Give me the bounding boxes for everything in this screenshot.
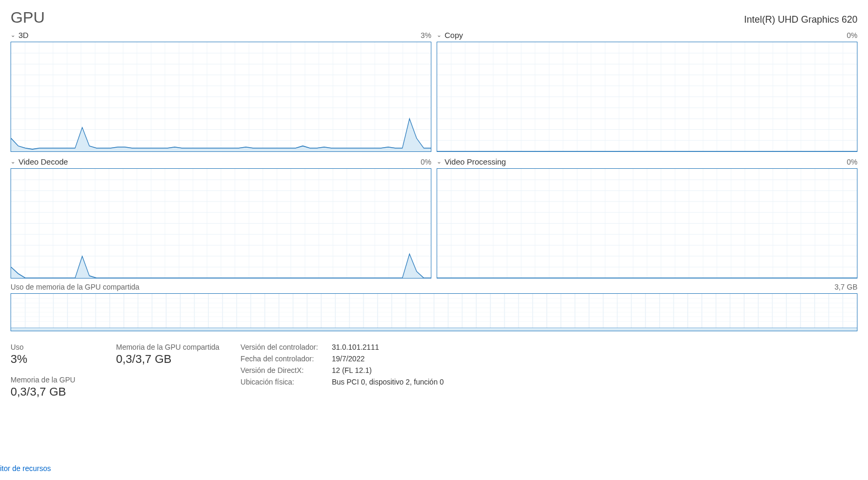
chevron-down-icon: ⌄: [11, 158, 15, 165]
chevron-down-icon: ⌄: [11, 32, 15, 39]
stat-col-2: Memoria de la GPU compartida 0,3/3,7 GB: [116, 343, 219, 366]
detail-col: Versión del controlador: 31.0.101.2111 F…: [240, 343, 444, 386]
directx-value: 12 (FL 12.1): [332, 366, 443, 375]
chart-3d-value: 3%: [421, 31, 431, 40]
driver-version-label: Versión del controlador:: [240, 343, 318, 351]
driver-version-value: 31.0.101.2111: [332, 343, 443, 351]
chart-copy-label: Copy: [445, 31, 463, 40]
chart-copy-header[interactable]: ⌄ Copy 0%: [437, 31, 857, 40]
stat-gpu-memory: Memoria de la GPU 0,3/3,7 GB: [11, 376, 95, 399]
shared-memory-chart-block: Uso de memoria de la GPU compartida 3,7 …: [0, 279, 868, 331]
chart-video-decode: ⌄ Video Decode 0%: [11, 157, 431, 279]
engine-charts-grid: ⌄ 3D 3% ⌄ Copy 0% ⌄ Video Decode 0%: [0, 31, 868, 279]
chart-3d: ⌄ 3D 3%: [11, 31, 431, 152]
chart-3d-header[interactable]: ⌄ 3D 3%: [11, 31, 431, 40]
stat-shared-memory-value: 0,3/3,7 GB: [116, 352, 219, 366]
chart-video-decode-canvas: [11, 168, 431, 279]
chart-video-processing-canvas: [437, 168, 857, 279]
driver-date-label: Fecha del controlador:: [240, 354, 318, 363]
stat-shared-memory: Memoria de la GPU compartida 0,3/3,7 GB: [116, 343, 219, 366]
stat-uso-value: 3%: [11, 352, 95, 366]
shared-memory-chart-header: Uso de memoria de la GPU compartida 3,7 …: [11, 283, 857, 291]
stat-shared-memory-label: Memoria de la GPU compartida: [116, 343, 219, 351]
chart-video-processing-label: Video Processing: [445, 157, 506, 166]
chart-video-decode-header[interactable]: ⌄ Video Decode 0%: [11, 157, 431, 166]
shared-memory-max: 3,7 GB: [834, 283, 857, 291]
stat-gpu-memory-label: Memoria de la GPU: [11, 376, 95, 384]
chart-video-decode-value: 0%: [421, 158, 431, 166]
shared-memory-canvas: [11, 293, 857, 331]
chart-3d-label: 3D: [18, 31, 28, 40]
phys-location-label: Ubicación física:: [240, 378, 318, 386]
stats-panel: Uso 3% Memoria de la GPU 0,3/3,7 GB Memo…: [0, 331, 868, 399]
gpu-header: GPU Intel(R) UHD Graphics 620: [0, 0, 868, 31]
chart-video-processing: ⌄ Video Processing 0%: [437, 157, 857, 279]
chart-copy-canvas: [437, 42, 857, 152]
chart-video-processing-value: 0%: [847, 158, 857, 166]
shared-memory-label: Uso de memoria de la GPU compartida: [11, 283, 139, 291]
chart-video-processing-header[interactable]: ⌄ Video Processing 0%: [437, 157, 857, 166]
directx-label: Versión de DirectX:: [240, 366, 318, 375]
chevron-down-icon: ⌄: [437, 32, 441, 39]
stat-uso-label: Uso: [11, 343, 95, 351]
stat-gpu-memory-value: 0,3/3,7 GB: [11, 385, 95, 399]
driver-date-value: 19/7/2022: [332, 354, 443, 363]
gpu-model-name: Intel(R) UHD Graphics 620: [744, 14, 857, 25]
chart-copy-value: 0%: [847, 31, 857, 40]
chart-video-decode-label: Video Decode: [18, 157, 68, 166]
chart-copy: ⌄ Copy 0%: [437, 31, 857, 152]
chart-3d-canvas: [11, 42, 431, 152]
stat-col-1: Uso 3% Memoria de la GPU 0,3/3,7 GB: [11, 343, 95, 399]
chevron-down-icon: ⌄: [437, 158, 441, 165]
page-title: GPU: [11, 8, 45, 26]
stat-uso: Uso 3%: [11, 343, 95, 366]
resource-monitor-link[interactable]: itor de recursos: [0, 464, 51, 473]
phys-location-value: Bus PCI 0, dispositivo 2, función 0: [332, 378, 443, 386]
